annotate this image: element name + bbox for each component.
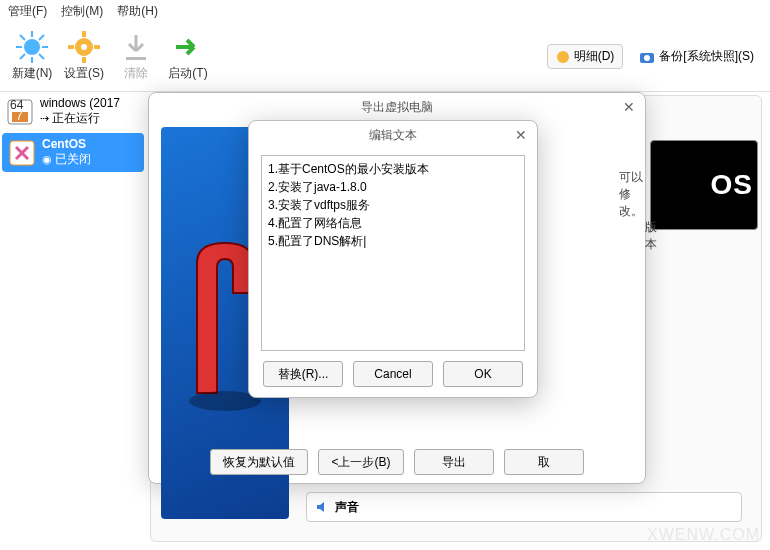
- snapshot-button[interactable]: 备份[系统快照](S): [631, 45, 762, 68]
- new-button[interactable]: 新建(N): [6, 27, 58, 87]
- replace-button[interactable]: 替换(R)...: [263, 361, 343, 387]
- arrow-right-icon: [172, 31, 204, 63]
- svg-line-7: [39, 35, 44, 40]
- windows-icon: 647: [6, 98, 34, 126]
- edit-textarea[interactable]: [261, 155, 525, 351]
- clear-button: 清除: [110, 27, 162, 87]
- menu-help[interactable]: 帮助(H): [117, 3, 158, 20]
- menu-manage[interactable]: 管理(F): [8, 3, 47, 20]
- toolbar-right: 明细(D) 备份[系统快照](S): [547, 44, 762, 69]
- cancel-button[interactable]: Cancel: [353, 361, 433, 387]
- vm-name: CentOS: [42, 137, 91, 151]
- snapshot-label: 备份[系统快照](S): [659, 48, 754, 65]
- svg-rect-14: [94, 45, 100, 49]
- edit-dialog-title: 编辑文本 ✕: [249, 121, 537, 150]
- settings-button[interactable]: 设置(S): [58, 27, 110, 87]
- svg-text:7: 7: [16, 109, 23, 123]
- hint-text-1: 可以修改。: [619, 169, 645, 220]
- settings-label: 设置(S): [64, 65, 104, 82]
- vm-item-centos[interactable]: CentOS ◉ 已关闭: [2, 133, 144, 172]
- export-button[interactable]: 导出: [414, 449, 494, 475]
- toolbar: 新建(N) 设置(S) 清除 启动(T) 明细(D) 备份[系统快照](S): [0, 22, 770, 92]
- gear-icon: [68, 31, 100, 63]
- svg-point-18: [644, 55, 650, 61]
- camera-icon: [639, 50, 655, 64]
- vm-item-windows[interactable]: 647 windows (2017 ⇢ 正在运行: [0, 92, 146, 131]
- vm-status: ⇢ 正在运行: [40, 110, 120, 127]
- centos-icon: [8, 139, 36, 167]
- new-label: 新建(N): [12, 65, 53, 82]
- svg-line-6: [39, 54, 44, 59]
- sun-icon: [16, 31, 48, 63]
- clear-label: 清除: [124, 65, 148, 82]
- ok-button[interactable]: OK: [443, 361, 523, 387]
- sound-section[interactable]: 声音: [306, 492, 742, 522]
- back-button[interactable]: <上一步(B): [318, 449, 403, 475]
- badge-icon: [556, 50, 570, 64]
- menu-control[interactable]: 控制(M): [61, 3, 103, 20]
- close-icon[interactable]: ✕: [623, 99, 635, 115]
- speaker-icon: [315, 500, 329, 514]
- vm-list: 647 windows (2017 ⇢ 正在运行 CentOS ◉ 已关闭: [0, 92, 146, 174]
- detail-button[interactable]: 明细(D): [547, 44, 624, 69]
- svg-rect-13: [68, 45, 74, 49]
- sound-label: 声音: [335, 499, 359, 516]
- close-icon[interactable]: ✕: [515, 127, 527, 143]
- vm-name: windows (2017: [40, 96, 120, 110]
- detail-label: 明细(D): [574, 48, 615, 65]
- svg-point-10: [81, 44, 87, 50]
- svg-rect-12: [82, 57, 86, 63]
- start-button[interactable]: 启动(T): [162, 27, 214, 87]
- svg-line-5: [20, 35, 25, 40]
- svg-point-0: [24, 39, 40, 55]
- svg-rect-15: [126, 57, 146, 60]
- start-label: 启动(T): [168, 65, 207, 82]
- export-dialog-title: 导出虚拟电脑 ✕: [149, 93, 645, 122]
- reset-defaults-button[interactable]: 恢复为默认值: [210, 449, 308, 475]
- svg-point-16: [557, 51, 569, 63]
- hint-text-2: 版本: [645, 219, 657, 253]
- svg-line-8: [20, 54, 25, 59]
- export-button-row: 恢复为默认值 <上一步(B) 导出 取: [149, 449, 645, 475]
- vm-status: ◉ 已关闭: [42, 151, 91, 168]
- edit-text-dialog: 编辑文本 ✕ 替换(R)... Cancel OK: [248, 120, 538, 398]
- cancel-export-button[interactable]: 取: [504, 449, 584, 475]
- svg-rect-11: [82, 31, 86, 37]
- menubar: 管理(F) 控制(M) 帮助(H): [0, 0, 770, 22]
- edit-button-row: 替换(R)... Cancel OK: [249, 361, 537, 387]
- arrow-down-icon: [120, 31, 152, 63]
- vm-preview: OS: [650, 140, 758, 230]
